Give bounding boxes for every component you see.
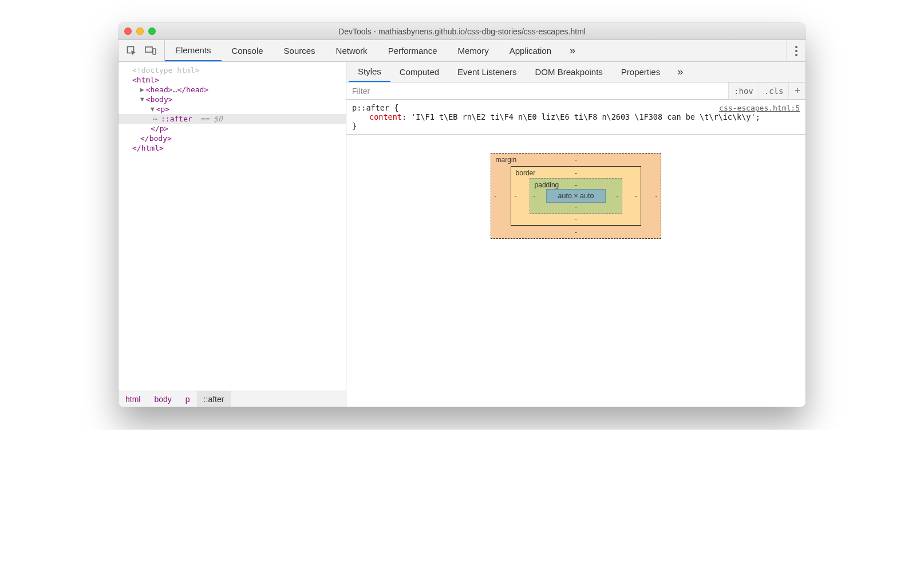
cls-toggle[interactable]: .cls	[759, 82, 789, 99]
subtab-styles[interactable]: Styles	[349, 62, 390, 82]
tab-sources[interactable]: Sources	[274, 40, 326, 61]
inspect-icon[interactable]	[127, 46, 137, 56]
disclosure-right-icon[interactable]: ▶	[140, 86, 144, 93]
rule-source-link[interactable]: css-escapes.html:5	[719, 104, 800, 112]
tabs-overflow-icon[interactable]: »	[562, 40, 583, 61]
subtab-event-listeners[interactable]: Event Listeners	[448, 62, 526, 82]
box-model-padding[interactable]: padding - - - - auto × auto	[530, 178, 623, 214]
breadcrumb-item[interactable]: body	[147, 391, 178, 407]
style-rule[interactable]: p::after { css-escapes.html:5 content: '…	[346, 100, 805, 135]
box-model-content[interactable]: auto × auto	[546, 189, 606, 203]
zoom-icon[interactable]	[148, 27, 156, 35]
disclosure-down-icon[interactable]: ▼	[140, 96, 144, 103]
css-declaration[interactable]: content: 'I\F1 t\EB rn\E2 ti\F4 n\E0 liz…	[352, 112, 800, 121]
main-tabs: Elements Console Sources Network Perform…	[165, 40, 583, 61]
tab-elements[interactable]: Elements	[165, 40, 222, 61]
device-toggle-icon[interactable]	[145, 46, 156, 56]
box-model-margin[interactable]: margin - - - - border - - - - padding	[491, 153, 662, 239]
tab-performance[interactable]: Performance	[378, 40, 448, 61]
subtab-computed[interactable]: Computed	[390, 62, 448, 82]
elements-panel: <!doctype html> <html> ▶<head>…</head> ▼…	[119, 62, 346, 407]
close-icon[interactable]	[124, 27, 132, 35]
dom-line[interactable]: <!doctype html>	[119, 65, 346, 75]
dom-line[interactable]: <html>	[119, 75, 346, 85]
disclosure-down-icon[interactable]: ▼	[151, 105, 155, 113]
styles-filter-input[interactable]	[346, 82, 728, 99]
dom-line-selected[interactable]: ⋯::after == $0	[119, 114, 346, 124]
rule-close: }	[352, 121, 800, 131]
dom-line[interactable]: </body>	[119, 133, 346, 143]
tab-console[interactable]: Console	[222, 40, 274, 61]
styles-subtabs: Styles Computed Event Listeners DOM Brea…	[346, 62, 805, 82]
svg-rect-2	[153, 49, 156, 54]
subtab-properties[interactable]: Properties	[612, 62, 669, 82]
breadcrumb: html body p ::after	[119, 391, 346, 407]
subtabs-overflow-icon[interactable]: »	[669, 62, 691, 82]
styles-panel: Styles Computed Event Listeners DOM Brea…	[346, 62, 805, 407]
box-model-metrics: margin - - - - border - - - - padding	[346, 135, 805, 407]
svg-rect-1	[145, 47, 152, 52]
subtab-dom-breakpoints[interactable]: DOM Breakpoints	[526, 62, 611, 82]
devtools-window: DevTools - mathiasbynens.github.io/css-d…	[119, 23, 805, 407]
settings-kebab-icon[interactable]	[787, 40, 805, 61]
titlebar: DevTools - mathiasbynens.github.io/css-d…	[119, 23, 805, 40]
tab-network[interactable]: Network	[326, 40, 378, 61]
dom-line[interactable]: ▼<body>	[119, 95, 346, 104]
traffic-lights	[124, 27, 156, 35]
tab-memory[interactable]: Memory	[448, 40, 499, 61]
window-title: DevTools - mathiasbynens.github.io/css-d…	[119, 27, 805, 36]
rule-selector[interactable]: p::after {	[352, 103, 719, 112]
main-toolbar: Elements Console Sources Network Perform…	[119, 40, 805, 62]
box-model[interactable]: margin - - - - border - - - - padding	[491, 153, 662, 239]
dom-line[interactable]: ▼<p>	[119, 104, 346, 114]
breadcrumb-item[interactable]: p	[179, 391, 197, 407]
breadcrumb-item[interactable]: html	[119, 391, 147, 407]
toolbar-left	[119, 40, 165, 61]
minimize-icon[interactable]	[136, 27, 144, 35]
hov-toggle[interactable]: :hov	[728, 82, 759, 99]
dom-line[interactable]: </html>	[119, 143, 346, 153]
dom-line[interactable]: ▶<head>…</head>	[119, 85, 346, 95]
breadcrumb-item-selected[interactable]: ::after	[197, 391, 231, 407]
tab-application[interactable]: Application	[499, 40, 562, 61]
box-model-border[interactable]: border - - - - padding - - - - au	[511, 166, 642, 226]
content-area: <!doctype html> <html> ▶<head>…</head> ▼…	[119, 62, 805, 407]
filter-row: :hov .cls +	[346, 82, 805, 100]
dom-tree[interactable]: <!doctype html> <html> ▶<head>…</head> ▼…	[119, 62, 346, 391]
dom-line[interactable]: </p>	[119, 124, 346, 133]
new-style-rule-icon[interactable]: +	[788, 82, 805, 99]
